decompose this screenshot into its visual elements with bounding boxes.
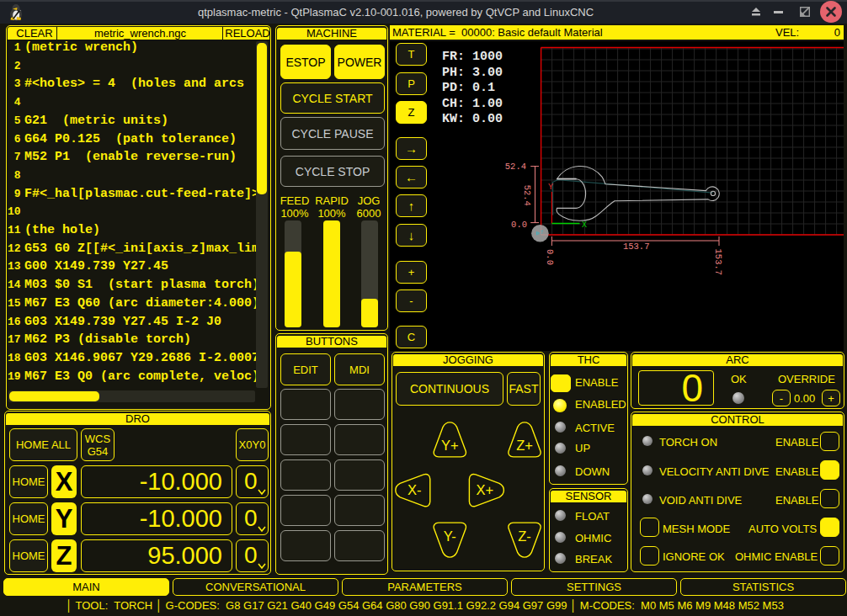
svg-text:0.0: 0.0: [511, 220, 527, 230]
svg-text:Y+: Y+: [441, 438, 459, 453]
svg-text:X-: X-: [408, 482, 422, 497]
svg-text:X+: X+: [477, 482, 494, 497]
svg-text:153.7: 153.7: [713, 249, 723, 276]
svg-text:52.4: 52.4: [505, 162, 526, 172]
svg-text:0.0: 0.0: [545, 249, 555, 265]
svg-text:Z-: Z-: [518, 528, 531, 544]
svg-text:Y: Y: [548, 183, 553, 192]
svg-text:52.4: 52.4: [522, 185, 532, 206]
svg-text:153.7: 153.7: [623, 242, 650, 252]
svg-text:Y-: Y-: [444, 528, 456, 544]
svg-text:Z+: Z+: [516, 438, 533, 453]
svg-text:X: X: [582, 220, 587, 230]
